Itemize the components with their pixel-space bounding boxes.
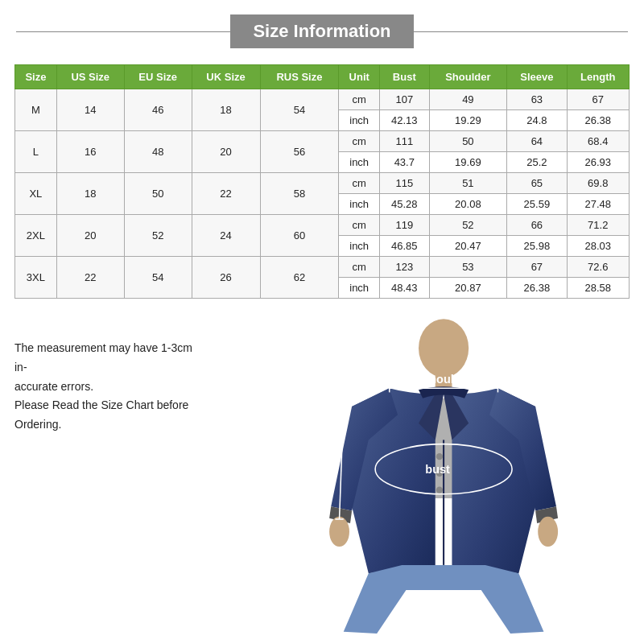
size-table: Size US Size EU Size UK Size RUS Size Un… (14, 64, 630, 299)
notes-line1: The measurement may have 1-3cm in- (14, 341, 192, 374)
cell-value-cm: 52 (429, 215, 507, 236)
cell-value-inch: 26.38 (507, 278, 567, 299)
table-row: 2XL20522460cm119526671.2 (15, 215, 630, 236)
cell-uk: 22 (192, 173, 260, 215)
header-line-left (16, 31, 230, 32)
cell-value-inch: 27.48 (567, 194, 630, 215)
cell-unit-inch: inch (339, 236, 380, 257)
jacket-image-column: shoulder bust sleeve length (208, 315, 630, 636)
cell-size: 2XL (15, 215, 57, 257)
cell-value-cm: 107 (380, 89, 429, 110)
cell-unit-cm: cm (339, 257, 380, 278)
col-header-bust: Bust (380, 65, 429, 89)
cell-value-inch: 48.43 (380, 278, 429, 299)
cell-size: 3XL (15, 257, 57, 299)
cell-value-inch: 24.8 (507, 110, 567, 131)
cell-value-cm: 66 (507, 215, 567, 236)
cell-rus: 58 (260, 173, 339, 215)
cell-value-cm: 53 (429, 257, 507, 278)
cell-us: 20 (56, 215, 124, 257)
cell-us: 14 (56, 89, 124, 131)
col-header-eu: EU Size (124, 65, 192, 89)
svg-text:bust: bust (425, 463, 450, 476)
cell-value-cm: 69.8 (567, 173, 630, 194)
svg-text:length: length (569, 515, 581, 547)
cell-eu: 52 (124, 215, 192, 257)
cell-us: 16 (56, 131, 124, 173)
cell-eu: 46 (124, 89, 192, 131)
table-row: M14461854cm107496367 (15, 89, 630, 110)
cell-uk: 26 (192, 257, 260, 299)
cell-value-inch: 42.13 (380, 110, 429, 131)
cell-value-inch: 20.87 (429, 278, 507, 299)
col-header-sleeve: Sleeve (507, 65, 567, 89)
cell-value-inch: 20.47 (429, 236, 507, 257)
cell-eu: 54 (124, 257, 192, 299)
cell-value-inch: 28.03 (567, 236, 630, 257)
cell-value-cm: 71.2 (567, 215, 630, 236)
cell-uk: 24 (192, 215, 260, 257)
cell-value-inch: 25.98 (507, 236, 567, 257)
cell-unit-inch: inch (339, 278, 380, 299)
cell-value-inch: 20.08 (429, 194, 507, 215)
cell-value-cm: 64 (507, 131, 567, 152)
notes-line3: Please Read the Size Chart before (14, 398, 188, 411)
col-header-unit: Unit (339, 65, 380, 89)
cell-value-cm: 111 (380, 131, 429, 152)
cell-uk: 18 (192, 89, 260, 131)
cell-value-inch: 26.93 (567, 152, 630, 173)
cell-value-cm: 50 (429, 131, 507, 152)
cell-us: 18 (56, 173, 124, 215)
svg-point-7 (538, 517, 558, 547)
header-section: Size Information (0, 0, 644, 56)
svg-text:shoulder: shoulder (423, 373, 473, 386)
cell-value-inch: 25.2 (507, 152, 567, 173)
cell-eu: 48 (124, 131, 192, 173)
cell-size: L (15, 131, 57, 173)
table-row: 3XL22542662cm123536772.6 (15, 257, 630, 278)
cell-value-inch: 43.7 (380, 152, 429, 173)
notes-text: The measurement may have 1-3cm in- accur… (14, 339, 208, 435)
cell-value-cm: 119 (380, 215, 429, 236)
svg-point-3 (436, 453, 443, 460)
col-header-size: Size (15, 65, 57, 89)
cell-rus: 62 (260, 257, 339, 299)
col-header-us: US Size (56, 65, 124, 89)
cell-uk: 20 (192, 131, 260, 173)
bottom-section: The measurement may have 1-3cm in- accur… (0, 307, 644, 644)
svg-point-5 (436, 486, 443, 493)
table-row: XL18502258cm115516569.8 (15, 173, 630, 194)
cell-eu: 50 (124, 173, 192, 215)
cell-unit-cm: cm (339, 173, 380, 194)
col-header-uk: UK Size (192, 65, 260, 89)
cell-value-cm: 49 (429, 89, 507, 110)
cell-rus: 56 (260, 131, 339, 173)
table-header-row: Size US Size EU Size UK Size RUS Size Un… (15, 65, 630, 89)
cell-value-inch: 19.29 (429, 110, 507, 131)
header-title: Size Information (230, 14, 413, 48)
cell-value-cm: 67 (567, 89, 630, 110)
cell-unit-cm: cm (339, 215, 380, 236)
cell-value-inch: 25.59 (507, 194, 567, 215)
cell-value-cm: 63 (507, 89, 567, 110)
cell-value-cm: 65 (507, 173, 567, 194)
page-wrapper: Size Information Size US Size EU Size UK… (0, 0, 644, 644)
col-header-shoulder: Shoulder (429, 65, 507, 89)
cell-value-cm: 51 (429, 173, 507, 194)
table-row: L16482056cm111506468.4 (15, 131, 630, 152)
col-header-length: Length (567, 65, 630, 89)
cell-value-inch: 28.58 (567, 278, 630, 299)
cell-size: M (15, 89, 57, 131)
col-header-rus: RUS Size (260, 65, 339, 89)
cell-size: XL (15, 173, 57, 215)
header-line-right (414, 31, 628, 32)
jacket-illustration: shoulder bust sleeve length (208, 315, 630, 636)
cell-value-cm: 72.6 (567, 257, 630, 278)
cell-value-inch: 19.69 (429, 152, 507, 173)
svg-point-0 (419, 319, 469, 378)
cell-rus: 54 (260, 89, 339, 131)
cell-unit-inch: inch (339, 110, 380, 131)
table-section: Size US Size EU Size UK Size RUS Size Un… (0, 56, 644, 307)
cell-unit-cm: cm (339, 89, 380, 110)
svg-point-6 (329, 517, 349, 547)
